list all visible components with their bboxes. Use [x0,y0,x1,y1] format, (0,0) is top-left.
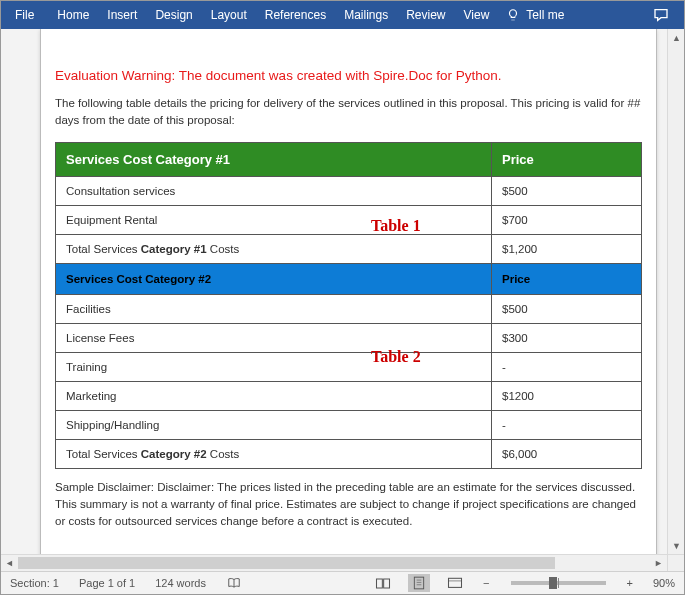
hscroll-thumb[interactable] [18,557,555,569]
tab-review[interactable]: Review [397,1,454,29]
table-row: Training- [56,353,642,382]
read-mode-icon [375,577,391,590]
zoom-in-button[interactable]: + [624,572,636,594]
document-scroll[interactable]: Evaluation Warning: The document was cre… [1,29,684,554]
table-row: Shipping/Handling- [56,411,642,440]
web-layout-icon [447,577,463,590]
table-row: Total Services Category #2 Costs$6,000 [56,440,642,469]
view-print-layout[interactable] [408,574,430,592]
tab-layout[interactable]: Layout [202,1,256,29]
col-header-category1: Services Cost Category #1 [56,143,492,177]
col-header-category2: Services Cost Category #2 [56,264,492,295]
workspace: Evaluation Warning: The document was cre… [1,29,684,571]
tab-references[interactable]: References [256,1,335,29]
book-open-icon [226,576,242,590]
svg-rect-4 [449,578,462,587]
tab-file[interactable]: File [1,1,48,29]
col-header-price1: Price [492,143,642,177]
spellcheck-button[interactable] [223,572,245,594]
tab-view[interactable]: View [455,1,499,29]
tab-home[interactable]: Home [48,1,98,29]
ribbon-tabs: File Home Insert Design Layout Reference… [1,1,684,29]
status-section[interactable]: Section: 1 [7,572,62,594]
evaluation-warning: Evaluation Warning: The document was cre… [55,68,642,83]
scroll-up-icon[interactable]: ▲ [668,29,684,46]
status-words[interactable]: 124 words [152,572,209,594]
table-row: Marketing$1200 [56,382,642,411]
status-bar: Section: 1 Page 1 of 1 124 words − + 90% [1,571,684,594]
lightbulb-icon [506,8,520,22]
col-header-price2: Price [492,264,642,295]
status-page[interactable]: Page 1 of 1 [76,572,138,594]
scroll-right-icon[interactable]: ► [650,555,667,572]
view-read-mode[interactable] [372,574,394,592]
tell-me[interactable]: Tell me [498,1,572,29]
table-row: Facilities$500 [56,295,642,324]
scroll-corner [667,555,684,572]
disclaimer-text: Sample Disclaimer: Disclaimer: The price… [55,479,642,529]
tab-mailings[interactable]: Mailings [335,1,397,29]
vertical-scrollbar[interactable]: ▲ ▼ [667,29,684,554]
zoom-out-button[interactable]: − [480,572,492,594]
intro-text: The following table details the pricing … [55,95,642,128]
document-page: Evaluation Warning: The document was cre… [40,29,657,571]
scroll-down-icon[interactable]: ▼ [668,537,684,554]
table-row: License Fees$300 [56,324,642,353]
zoom-slider-handle[interactable] [549,577,557,589]
print-layout-icon [412,576,426,590]
speech-bubble-icon [652,7,670,23]
tell-me-label: Tell me [526,8,564,22]
table-row: Consultation services$500 [56,177,642,206]
table-row: Total Services Category #1 Costs$1,200 [56,235,642,264]
svg-rect-0 [414,577,423,589]
zoom-level[interactable]: 90% [650,572,678,594]
tab-design[interactable]: Design [146,1,201,29]
horizontal-scrollbar[interactable]: ◄ ► [1,554,684,571]
scroll-left-icon[interactable]: ◄ [1,555,18,572]
comments-button[interactable] [638,1,684,29]
table-row: Equipment Rental$700 [56,206,642,235]
view-web-layout[interactable] [444,574,466,592]
services-table: Services Cost Category #1 Price Consulta… [55,142,642,469]
zoom-slider[interactable] [511,581,606,585]
tab-insert[interactable]: Insert [98,1,146,29]
